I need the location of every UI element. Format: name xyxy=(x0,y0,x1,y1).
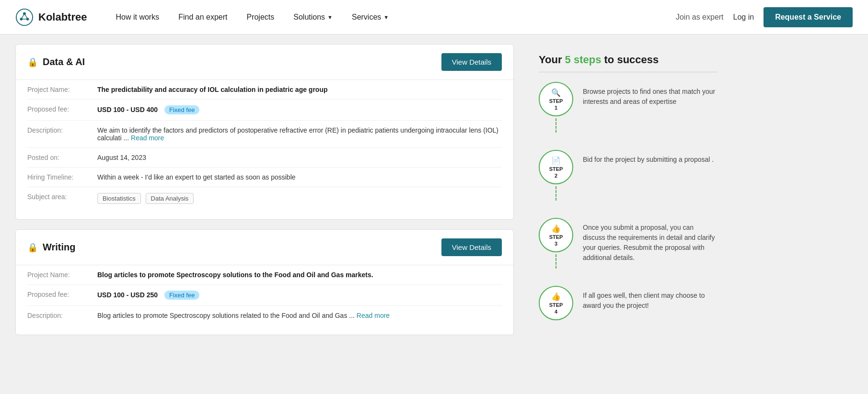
posted-on-label-1: Posted on: xyxy=(27,154,90,161)
step-item-3: 👍 STEP 3 Once you submit a proposal, you… xyxy=(539,218,717,270)
svg-line-5 xyxy=(24,13,28,19)
project-name-label-2: Project Name: xyxy=(27,271,90,279)
lock-icon-2: 🔒 xyxy=(27,242,38,253)
step-item-1: 🔍 STEP 1 Browse projects to find ones th… xyxy=(539,82,717,135)
nav-solutions[interactable]: Solutions ▼ xyxy=(284,0,342,34)
fixed-fee-badge-2: Fixed fee xyxy=(164,291,199,300)
step-4-icon: 👍 xyxy=(551,292,561,301)
hiring-timeline-value-1: Within a week - I'd like an expert to ge… xyxy=(97,173,502,181)
step-text-1: Browse projects to find ones that match … xyxy=(583,82,717,107)
nav-services[interactable]: Services ▼ xyxy=(342,0,398,34)
svg-point-0 xyxy=(16,9,33,25)
steps-title: Your 5 steps to success xyxy=(539,54,717,66)
hiring-timeline-field-1: Hiring Timeline: Within a week - I'd lik… xyxy=(27,168,502,187)
description-field-2: Description: Blog articles to promote Sp… xyxy=(27,306,502,325)
main-container: 🔒 Data & AI View Details Project Name: T… xyxy=(0,34,868,355)
step-connector-3 xyxy=(556,254,556,269)
steps-panel: Your 5 steps to success 🔍 STEP 1 Browse … xyxy=(527,44,729,345)
right-column: Your 5 steps to success 🔍 STEP 1 Browse … xyxy=(527,44,729,345)
step-circle-3: 👍 STEP 3 xyxy=(539,218,573,252)
step-circle-wrapper-3: 👍 STEP 3 xyxy=(539,218,573,270)
nav-find-expert[interactable]: Find an expert xyxy=(169,0,237,34)
description-field-1: Description: We aim to identify the fact… xyxy=(27,121,502,148)
svg-line-4 xyxy=(21,13,24,19)
read-more-link-1[interactable]: Read more xyxy=(131,134,164,142)
proposed-fee-field-2: Proposed fee: USD 100 - USD 250 Fixed fe… xyxy=(27,285,502,306)
description-value-2: Blog articles to promote Spectroscopy so… xyxy=(97,312,502,319)
request-service-button[interactable]: Request a Service xyxy=(764,7,853,27)
fixed-fee-badge-1: Fixed fee xyxy=(164,105,199,114)
step-connector-1 xyxy=(556,118,556,133)
step-item-4: 👍 STEP 4 If all goes well, then client m… xyxy=(539,286,717,320)
step-connector-2 xyxy=(556,186,556,201)
project-card-writing: 🔒 Writing View Details Project Name: Blo… xyxy=(15,229,514,335)
subject-tags-1: Biostatistics Data Analysis xyxy=(97,193,502,204)
proposed-fee-value-2: USD 100 - USD 250 Fixed fee xyxy=(97,291,502,300)
project-card-header-1: 🔒 Data & AI View Details xyxy=(16,45,513,80)
step-item-2: 📄 STEP 2 Bid for the project by submitti… xyxy=(539,150,717,203)
step-circle-wrapper-2: 📄 STEP 2 xyxy=(539,150,573,203)
step-text-2: Bid for the project by submitting a prop… xyxy=(583,150,714,165)
project-name-label-1: Project Name: xyxy=(27,86,90,93)
subject-area-field-1: Subject area: Biostatistics Data Analysi… xyxy=(27,187,502,210)
nav-projects[interactable]: Projects xyxy=(237,0,284,34)
read-more-link-2[interactable]: Read more xyxy=(357,312,390,319)
project-name-value-1: The predictability and accuracy of IOL c… xyxy=(97,86,502,93)
navbar-actions: Join as expert Log in Request a Service xyxy=(676,7,853,27)
project-name-field-2: Project Name: Blog articles to promote S… xyxy=(27,265,502,285)
description-label-2: Description: xyxy=(27,312,90,319)
subject-tag-biostatistics[interactable]: Biostatistics xyxy=(97,193,141,204)
project-name-value-2: Blog articles to promote Spectroscopy so… xyxy=(97,271,502,279)
project-name-field-1: Project Name: The predictability and acc… xyxy=(27,80,502,100)
project-card-body-1: Project Name: The predictability and acc… xyxy=(16,80,513,219)
subject-area-label-1: Subject area: xyxy=(27,193,90,201)
subject-tag-data-analysis[interactable]: Data Analysis xyxy=(146,193,194,204)
step-circle-1: 🔍 STEP 1 xyxy=(539,82,573,116)
project-card-body-2: Project Name: Blog articles to promote S… xyxy=(16,265,513,335)
step-3-icon: 👍 xyxy=(551,224,561,233)
step-1-icon: 🔍 xyxy=(551,88,561,97)
logo-text: Kolabtree xyxy=(38,11,87,23)
description-value-1: We aim to identify the factors and predi… xyxy=(97,126,502,142)
project-card-header-2: 🔒 Writing View Details xyxy=(16,230,513,265)
step-circle-2: 📄 STEP 2 xyxy=(539,150,573,184)
proposed-fee-value-1: USD 100 - USD 400 Fixed fee xyxy=(97,105,502,114)
step-circle-4: 👍 STEP 4 xyxy=(539,286,573,320)
proposed-fee-field-1: Proposed fee: USD 100 - USD 400 Fixed fe… xyxy=(27,100,502,121)
navbar: Kolabtree How it works Find an expert Pr… xyxy=(0,0,868,34)
step-text-4: If all goes well, then client may choose… xyxy=(583,286,717,311)
step-circle-wrapper-1: 🔍 STEP 1 xyxy=(539,82,573,135)
project-category-1: 🔒 Data & AI xyxy=(27,56,85,68)
view-details-button-1[interactable]: View Details xyxy=(441,53,502,71)
proposed-fee-label-1: Proposed fee: xyxy=(27,105,90,113)
step-text-3: Once you submit a proposal, you can disc… xyxy=(583,218,717,263)
nav-how-it-works[interactable]: How it works xyxy=(106,0,169,34)
project-card-data-ai: 🔒 Data & AI View Details Project Name: T… xyxy=(15,44,514,220)
posted-on-field-1: Posted on: August 14, 2023 xyxy=(27,148,502,168)
nav-menu: How it works Find an expert Projects Sol… xyxy=(106,0,675,34)
lock-icon-1: 🔒 xyxy=(27,57,38,68)
steps-divider xyxy=(539,72,717,72)
left-column: 🔒 Data & AI View Details Project Name: T… xyxy=(15,44,514,345)
posted-on-value-1: August 14, 2023 xyxy=(97,154,502,161)
proposed-fee-label-2: Proposed fee: xyxy=(27,291,90,298)
services-dropdown-arrow: ▼ xyxy=(383,14,389,20)
solutions-dropdown-arrow: ▼ xyxy=(327,14,333,20)
description-label-1: Description: xyxy=(27,126,90,134)
logo[interactable]: Kolabtree xyxy=(15,8,87,26)
login-button[interactable]: Log in xyxy=(733,13,754,22)
join-expert-link[interactable]: Join as expert xyxy=(676,13,724,22)
step-circle-wrapper-4: 👍 STEP 4 xyxy=(539,286,573,320)
project-category-2: 🔒 Writing xyxy=(27,242,76,253)
step-2-icon: 📄 xyxy=(551,156,561,165)
hiring-timeline-label-1: Hiring Timeline: xyxy=(27,173,90,181)
view-details-button-2[interactable]: View Details xyxy=(441,238,502,256)
